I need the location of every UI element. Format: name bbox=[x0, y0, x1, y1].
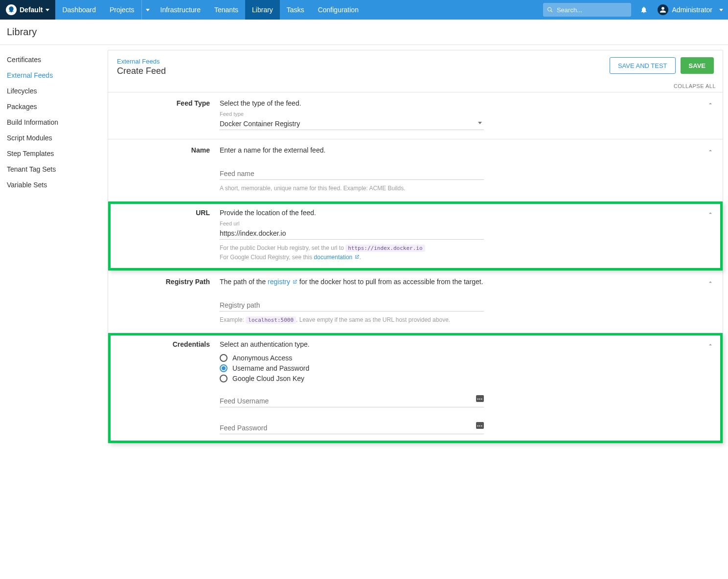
section-desc: The path of the registry for the docker … bbox=[220, 278, 484, 286]
search-input[interactable] bbox=[556, 6, 627, 14]
sidebar-item-lifecycles[interactable]: Lifecycles bbox=[7, 83, 108, 99]
registry-path-input[interactable] bbox=[220, 298, 484, 312]
card-title: Create Feed bbox=[117, 66, 166, 76]
search-box[interactable] bbox=[543, 3, 631, 17]
nav-item-tasks[interactable]: Tasks bbox=[280, 0, 311, 20]
notifications-button[interactable] bbox=[635, 0, 653, 20]
radio-label: Anonymous Access bbox=[232, 354, 292, 362]
sidebar-item-build-information[interactable]: Build Information bbox=[7, 114, 108, 130]
section-heading: Credentials bbox=[117, 340, 220, 434]
breadcrumb: External Feeds bbox=[117, 57, 166, 65]
section-heading: URL bbox=[117, 209, 220, 262]
radio-username-password[interactable]: Username and Password bbox=[220, 364, 484, 372]
help-text: Example: localhost:5000. Leave empty if … bbox=[220, 315, 484, 325]
user-icon bbox=[660, 6, 666, 13]
search-icon bbox=[547, 6, 553, 13]
caret-down-icon bbox=[146, 9, 150, 11]
nav-item-dashboard[interactable]: Dashboard bbox=[55, 0, 103, 20]
documentation-link[interactable]: documentation bbox=[314, 254, 360, 261]
radio-label: Username and Password bbox=[232, 364, 309, 372]
sidebar-item-step-templates[interactable]: Step Templates bbox=[7, 146, 108, 161]
chevron-up-icon bbox=[707, 210, 714, 217]
sidebar-item-tenant-tag-sets[interactable]: Tenant Tag Sets bbox=[7, 161, 108, 177]
user-label: Administrator bbox=[672, 6, 712, 14]
top-nav: Default Dashboard Projects Infrastructur… bbox=[0, 0, 728, 20]
feed-username-input[interactable] bbox=[220, 394, 484, 407]
feed-type-select[interactable]: Docker Container Registry bbox=[220, 117, 484, 130]
nav-item-projects[interactable]: Projects bbox=[103, 0, 141, 20]
sidebar: Certificates External Feeds Lifecycles P… bbox=[0, 45, 108, 463]
avatar bbox=[658, 4, 668, 15]
section-url: URL Provide the location of the feed. Fe… bbox=[108, 201, 723, 270]
chevron-up-icon bbox=[707, 279, 714, 286]
section-feed-type: Feed Type Select the type of the feed. F… bbox=[108, 92, 723, 139]
feed-name-input[interactable] bbox=[220, 167, 484, 180]
section-desc: Enter a name for the external feed. bbox=[220, 146, 484, 154]
field-label: Feed url bbox=[220, 221, 484, 226]
nav-items: Dashboard Projects Infrastructure Tenant… bbox=[55, 0, 365, 20]
radio-icon bbox=[220, 375, 228, 382]
section-registry-path: Registry Path The path of the registry f… bbox=[108, 270, 723, 334]
external-link-icon bbox=[354, 254, 360, 260]
code-snippet: localhost:5000 bbox=[246, 316, 296, 324]
radio-icon bbox=[220, 364, 228, 372]
help-text: For the public Docker Hub registry, set … bbox=[220, 244, 484, 262]
radio-icon bbox=[220, 354, 228, 362]
section-credentials: Credentials Select an authentication typ… bbox=[108, 333, 723, 443]
chevron-up-icon bbox=[707, 147, 714, 154]
nav-item-infrastructure[interactable]: Infrastructure bbox=[154, 0, 207, 20]
section-heading: Registry Path bbox=[117, 278, 220, 325]
sidebar-item-variable-sets[interactable]: Variable Sets bbox=[7, 177, 108, 193]
nav-item-tenants[interactable]: Tenants bbox=[207, 0, 245, 20]
section-desc: Provide the location of the feed. bbox=[220, 209, 484, 217]
section-desc: Select an authentication type. bbox=[220, 340, 484, 348]
sidebar-item-packages[interactable]: Packages bbox=[7, 99, 108, 114]
section-heading: Name bbox=[117, 146, 220, 193]
external-link-icon bbox=[292, 279, 297, 285]
caret-down-icon bbox=[46, 9, 49, 11]
caret-down-icon bbox=[478, 122, 482, 124]
radio-anonymous[interactable]: Anonymous Access bbox=[220, 354, 484, 362]
save-button[interactable]: SAVE bbox=[681, 57, 714, 74]
collapse-all-button[interactable]: COLLAPSE ALL bbox=[108, 81, 723, 92]
feed-password-input[interactable] bbox=[220, 421, 484, 434]
space-switcher[interactable]: Default bbox=[0, 0, 55, 20]
code-snippet: https://index.docker.io bbox=[345, 245, 425, 252]
variable-binding-icon[interactable]: ••• bbox=[476, 422, 484, 429]
save-and-test-button[interactable]: SAVE AND TEST bbox=[610, 57, 676, 74]
caret-down-icon bbox=[719, 9, 723, 11]
page-title: Library bbox=[0, 20, 728, 45]
nav-item-projects-more[interactable] bbox=[141, 0, 154, 20]
feed-url-input[interactable] bbox=[220, 226, 484, 240]
registry-link[interactable]: registry bbox=[268, 278, 297, 286]
section-heading: Feed Type bbox=[117, 99, 220, 130]
radio-label: Google Cloud Json Key bbox=[232, 375, 304, 382]
nav-item-configuration[interactable]: Configuration bbox=[311, 0, 365, 20]
help-text: A short, memorable, unique name for this… bbox=[220, 184, 484, 193]
octopus-logo-icon bbox=[6, 4, 17, 15]
sidebar-item-certificates[interactable]: Certificates bbox=[7, 52, 108, 67]
nav-item-library[interactable]: Library bbox=[245, 0, 280, 20]
chevron-up-icon bbox=[707, 100, 714, 107]
breadcrumb-link[interactable]: External Feeds bbox=[117, 58, 159, 65]
create-feed-card: External Feeds Create Feed SAVE AND TEST… bbox=[108, 50, 723, 444]
collapse-section-toggle[interactable] bbox=[707, 279, 714, 287]
radio-google-json-key[interactable]: Google Cloud Json Key bbox=[220, 375, 484, 382]
field-label: Feed type bbox=[220, 111, 484, 117]
space-name: Default bbox=[20, 6, 43, 14]
section-desc: Select the type of the feed. bbox=[220, 99, 484, 107]
collapse-section-toggle[interactable] bbox=[707, 100, 714, 109]
bell-icon bbox=[640, 6, 648, 14]
sidebar-item-script-modules[interactable]: Script Modules bbox=[7, 130, 108, 146]
collapse-section-toggle[interactable] bbox=[707, 210, 714, 218]
user-menu[interactable]: Administrator bbox=[653, 0, 728, 20]
collapse-section-toggle[interactable] bbox=[707, 341, 714, 350]
chevron-up-icon bbox=[707, 341, 714, 348]
collapse-section-toggle[interactable] bbox=[707, 147, 714, 156]
section-name: Name Enter a name for the external feed.… bbox=[108, 139, 723, 201]
sidebar-item-external-feeds[interactable]: External Feeds bbox=[7, 67, 108, 83]
variable-binding-icon[interactable]: ••• bbox=[476, 395, 484, 402]
